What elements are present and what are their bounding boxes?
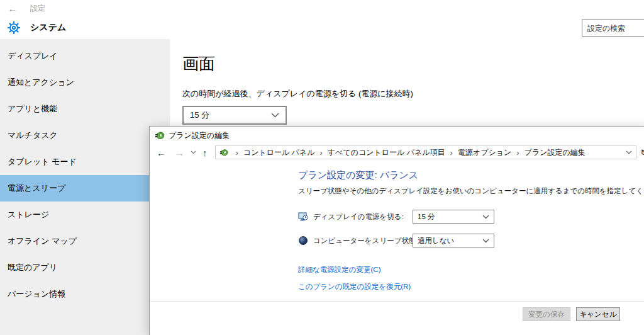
nav-recent-pages-icon[interactable] xyxy=(189,150,198,154)
cancel-button[interactable]: キャンセル xyxy=(576,307,620,321)
screen-timeout-label: 次の時間が経過後、ディスプレイの電源を切る (電源に接続時) xyxy=(182,88,644,99)
chevron-down-icon xyxy=(482,239,489,243)
crumb-separator[interactable]: › xyxy=(511,148,524,157)
chevron-down-icon xyxy=(271,113,279,118)
sidebar-item-storage[interactable]: ストレージ xyxy=(0,202,170,228)
search-input[interactable] xyxy=(582,20,644,37)
sidebar-item-offline-maps[interactable]: オフライン マップ xyxy=(0,228,170,254)
crumb-separator: › xyxy=(231,148,243,157)
footer-divider xyxy=(150,301,644,302)
display-off-label: ディスプレイの電源を切る: xyxy=(313,212,404,222)
settings-titlebar: ← 設定 xyxy=(0,0,644,16)
cp-content: プラン設定の変更: バランス スリープ状態やその他のディスプレイ設定をお使いのコ… xyxy=(150,161,644,335)
save-changes-button[interactable]: 変更の保存 xyxy=(523,307,570,321)
refresh-icon[interactable]: ↻ xyxy=(636,145,644,159)
sleep-select[interactable]: 適用しない xyxy=(413,234,494,247)
sidebar: ディスプレイ 通知とアクション アプリと機能 マルチタスク タブレット モード … xyxy=(0,39,170,335)
address-dropdown-icon[interactable] xyxy=(626,150,632,155)
plan-settings-description: スリープ状態やその他のディスプレイ設定をお使いのコンピューターに適用するまでの時… xyxy=(298,186,644,196)
plan-settings-heading: プラン設定の変更: バランス xyxy=(298,169,418,181)
screen-timeout-value: 15 分 xyxy=(190,110,209,121)
sidebar-item-multitasking[interactable]: マルチタスク xyxy=(0,122,170,149)
sidebar-item-tablet-mode[interactable]: タブレット モード xyxy=(0,149,170,175)
address-bar[interactable]: › コントロール パネル › すべてのコントロール パネル項目 › 電源オプショ… xyxy=(215,145,637,159)
power-options-icon xyxy=(155,130,165,140)
nav-up-icon[interactable]: ↑ xyxy=(198,148,212,157)
sleep-value: 適用しない xyxy=(418,236,454,246)
page-title: システム xyxy=(30,22,66,33)
advanced-power-settings-link[interactable]: 詳細な電源設定の変更(C) xyxy=(298,265,381,275)
nav-forward-icon[interactable]: → xyxy=(170,148,189,157)
settings-header: システム xyxy=(0,16,644,39)
power-options-icon-small xyxy=(219,148,228,157)
crumb-separator[interactable]: › xyxy=(445,148,458,157)
sidebar-item-apps[interactable]: アプリと機能 xyxy=(0,96,170,122)
cp-navbar: ← → ↑ › コントロール パネル › すべてのコントロール パネル項目 › … xyxy=(150,144,644,161)
display-off-select[interactable]: 15 分 xyxy=(413,210,494,224)
section-title: 画面 xyxy=(182,53,644,75)
gear-icon xyxy=(7,21,21,35)
edit-plan-settings-window: プラン設定の編集 ← → ↑ › コントロール パネル › すべてのコントロール… xyxy=(149,126,644,335)
restore-default-settings-link[interactable]: このプランの既定の設定を復元(R) xyxy=(298,282,411,292)
cp-titlebar[interactable]: プラン設定の編集 xyxy=(150,127,644,144)
breadcrumb-control-panel[interactable]: コントロール パネル xyxy=(243,147,315,158)
sidebar-item-display[interactable]: ディスプレイ xyxy=(0,43,170,69)
cp-window-title: プラン設定の編集 xyxy=(169,130,230,141)
back-arrow-icon[interactable]: ← xyxy=(0,3,25,14)
breadcrumb-all-items[interactable]: すべてのコントロール パネル項目 xyxy=(328,147,445,158)
display-off-row: ディスプレイの電源を切る: xyxy=(298,210,404,224)
crumb-separator[interactable]: › xyxy=(314,148,327,157)
display-power-icon xyxy=(298,212,308,222)
sidebar-item-notifications[interactable]: 通知とアクション xyxy=(0,69,170,96)
display-off-value: 15 分 xyxy=(418,212,435,222)
breadcrumb-edit-plan-settings[interactable]: プラン設定の編集 xyxy=(525,147,586,158)
sidebar-item-default-apps[interactable]: 既定のアプリ xyxy=(0,254,170,281)
sidebar-item-power-sleep[interactable]: 電源とスリープ xyxy=(0,175,170,202)
settings-app-title: 設定 xyxy=(30,3,45,14)
nav-back-icon[interactable]: ← xyxy=(152,148,170,157)
sidebar-item-about[interactable]: バージョン情報 xyxy=(0,281,170,307)
screen-timeout-select[interactable]: 15 分 xyxy=(182,106,287,125)
chevron-down-icon xyxy=(482,215,489,219)
breadcrumb-power-options[interactable]: 電源オプション xyxy=(458,147,511,158)
sleep-icon xyxy=(298,236,308,246)
